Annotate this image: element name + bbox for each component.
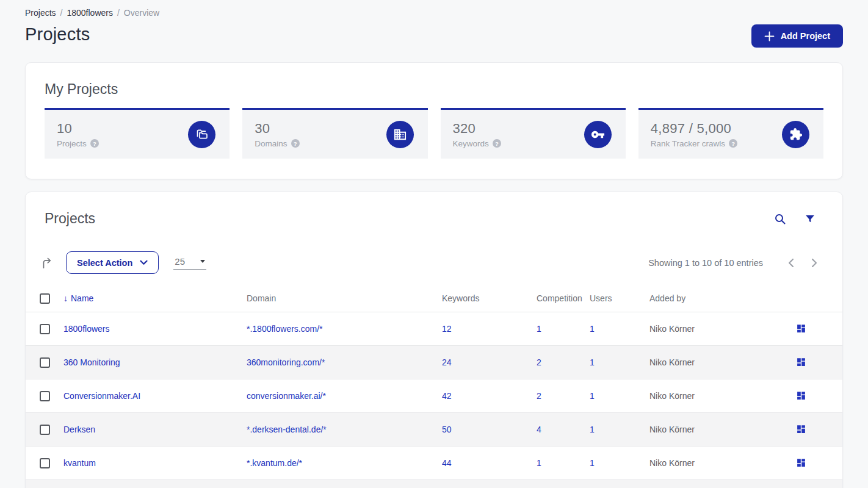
project-name-link[interactable]: kvantum xyxy=(63,458,96,468)
users-count-link[interactable]: 1 xyxy=(590,391,595,401)
crawls-count: 4,897 / 5,000 xyxy=(651,121,737,137)
table-row: Conversionmaker.AI conversionmaker.ai/* … xyxy=(26,379,842,412)
help-icon[interactable]: ? xyxy=(729,139,737,148)
breadcrumb-separator: / xyxy=(117,8,120,18)
sort-descending-icon: ↓ xyxy=(63,293,68,303)
users-count-link[interactable]: 1 xyxy=(590,458,595,468)
projects-panel-heading: Projects xyxy=(45,210,95,227)
added-by-text: Niko Körner xyxy=(649,357,695,367)
breadcrumb-1800flowers[interactable]: 1800flowers xyxy=(67,8,113,18)
stat-card-domains: 30 Domains ? xyxy=(242,108,427,159)
key-icon xyxy=(584,121,612,148)
project-name-link[interactable]: Derksen xyxy=(63,425,95,434)
breadcrumb-separator: / xyxy=(60,8,63,18)
projects-table: ↓Name Domain Keywords Competition Users … xyxy=(26,288,842,488)
row-checkbox[interactable] xyxy=(40,391,50,401)
select-all-checkbox[interactable] xyxy=(40,293,50,304)
added-by-text: Niko Körner xyxy=(649,458,695,468)
domains-count-label: Domains xyxy=(255,139,287,148)
table-row-partial xyxy=(26,479,842,488)
select-action-dropdown[interactable]: Select Action xyxy=(66,251,159,274)
project-domain-link[interactable]: *.kvantum.de/* xyxy=(247,458,302,468)
project-name-link[interactable]: Conversionmaker.AI xyxy=(63,391,140,401)
help-icon[interactable]: ? xyxy=(291,139,300,148)
row-checkbox[interactable] xyxy=(40,357,50,368)
row-checkbox[interactable] xyxy=(40,324,50,334)
breadcrumb: Projects / 1800flowers / Overview xyxy=(25,0,843,18)
project-domain-link[interactable]: 360monitoring.com/* xyxy=(247,357,325,367)
building-icon xyxy=(386,121,414,148)
keywords-count-link[interactable]: 12 xyxy=(442,324,452,334)
project-domain-link[interactable]: *.derksen-dental.de/* xyxy=(247,425,327,434)
projects-folders-icon xyxy=(188,121,215,148)
table-row: Derksen *.derksen-dental.de/* 50 4 1 Nik… xyxy=(26,412,842,446)
my-projects-panel: My Projects 10 Projects ? xyxy=(25,62,843,179)
stat-card-crawls: 4,897 / 5,000 Rank Tracker crawls ? xyxy=(638,108,823,159)
table-header-row: ↓Name Domain Keywords Competition Users … xyxy=(26,288,842,312)
added-by-text: Niko Körner xyxy=(649,391,695,401)
competition-count-link[interactable]: 1 xyxy=(537,458,541,468)
table-row: 360 Monitoring 360monitoring.com/* 24 2 … xyxy=(26,345,842,379)
keywords-count-link[interactable]: 44 xyxy=(442,458,452,468)
row-checkbox[interactable] xyxy=(40,425,50,435)
filter-icon[interactable] xyxy=(805,214,816,224)
caret-down-icon xyxy=(200,260,205,263)
next-page-icon[interactable] xyxy=(811,258,818,268)
search-icon[interactable] xyxy=(774,213,786,225)
column-header-users[interactable]: Users xyxy=(590,288,649,312)
column-header-keywords[interactable]: Keywords xyxy=(442,288,537,312)
stat-cards: 10 Projects ? 30 Domai xyxy=(45,108,823,159)
dashboard-icon[interactable] xyxy=(796,323,806,334)
competition-count-link[interactable]: 2 xyxy=(537,357,541,367)
page-title: Projects xyxy=(25,24,90,45)
stat-card-keywords: 320 Keywords ? xyxy=(441,108,626,159)
projects-count: 10 xyxy=(57,121,99,137)
keywords-count-link[interactable]: 24 xyxy=(442,357,452,367)
project-name-link[interactable]: 360 Monitoring xyxy=(63,357,120,367)
help-icon[interactable]: ? xyxy=(90,139,99,148)
competition-count-link[interactable]: 2 xyxy=(537,391,541,401)
column-header-domain[interactable]: Domain xyxy=(247,288,442,312)
dashboard-icon[interactable] xyxy=(796,357,806,367)
column-header-name[interactable]: ↓Name xyxy=(63,288,247,312)
users-count-link[interactable]: 1 xyxy=(590,324,595,334)
breadcrumb-overview: Overview xyxy=(124,8,159,18)
keywords-count-label: Keywords xyxy=(453,139,489,148)
puzzle-icon xyxy=(782,121,809,148)
dashboard-icon[interactable] xyxy=(796,390,806,401)
dashboard-icon[interactable] xyxy=(796,424,806,434)
showing-entries-text: Showing 1 to 10 of 10 entries xyxy=(648,258,763,268)
page-size-value: 25 xyxy=(175,256,185,267)
table-body: 1800flowers *.1800flowers.com/* 12 1 1 N… xyxy=(26,312,842,488)
dashboard-icon[interactable] xyxy=(796,458,806,468)
added-by-text: Niko Körner xyxy=(649,425,695,434)
page: Projects / 1800flowers / Overview Projec… xyxy=(0,0,868,488)
keywords-count: 320 xyxy=(453,121,501,137)
project-name-link[interactable]: 1800flowers xyxy=(63,324,110,334)
previous-page-icon[interactable] xyxy=(787,258,795,268)
table-row: kvantum *.kvantum.de/* 44 1 1 Niko Körne… xyxy=(26,446,842,479)
breadcrumb-projects[interactable]: Projects xyxy=(25,8,56,18)
keywords-count-link[interactable]: 50 xyxy=(442,425,452,434)
stat-card-projects: 10 Projects ? xyxy=(45,108,230,159)
project-domain-link[interactable]: *.1800flowers.com/* xyxy=(247,324,323,334)
added-by-text: Niko Körner xyxy=(649,324,695,334)
table-row: 1800flowers *.1800flowers.com/* 12 1 1 N… xyxy=(26,312,842,345)
select-action-label: Select Action xyxy=(77,258,132,268)
column-header-competition[interactable]: Competition xyxy=(537,288,590,312)
competition-count-link[interactable]: 1 xyxy=(537,324,541,334)
page-size-select[interactable]: 25 xyxy=(173,256,206,270)
keywords-count-link[interactable]: 42 xyxy=(442,391,452,401)
row-checkbox[interactable] xyxy=(40,458,50,468)
chevron-down-icon xyxy=(140,260,148,265)
help-icon[interactable]: ? xyxy=(493,139,501,148)
domains-count: 30 xyxy=(255,121,299,137)
users-count-link[interactable]: 1 xyxy=(590,425,595,434)
crawls-count-label: Rank Tracker crawls xyxy=(651,139,725,148)
column-header-added-by[interactable]: Added by xyxy=(649,288,772,312)
project-domain-link[interactable]: conversionmaker.ai/* xyxy=(247,391,326,401)
export-arrow-icon[interactable] xyxy=(40,256,54,270)
competition-count-link[interactable]: 4 xyxy=(537,425,541,434)
add-project-button[interactable]: Add Project xyxy=(751,24,843,48)
users-count-link[interactable]: 1 xyxy=(590,357,595,367)
